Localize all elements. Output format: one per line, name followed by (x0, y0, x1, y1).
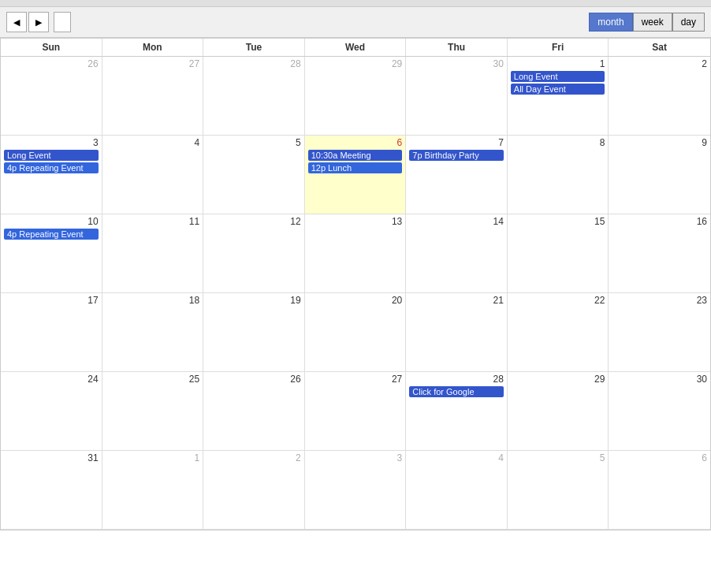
cal-cell-w5d0[interactable]: 31 (1, 451, 102, 530)
event-item[interactable]: Click for Google (409, 386, 504, 397)
day-header-wed: Wed (305, 39, 407, 56)
cal-cell-w2d1[interactable]: 11 (102, 214, 204, 293)
cal-cell-w1d4[interactable]: 77p Birthday Party (406, 136, 508, 214)
day-number: 15 (511, 216, 605, 227)
day-number: 16 (612, 216, 707, 227)
toolbar: ◀ ▶ month week day (0, 7, 711, 38)
day-number: 22 (511, 295, 605, 306)
cal-cell-w5d6[interactable]: 6 (609, 451, 710, 530)
day-number: 23 (612, 295, 707, 306)
next-button[interactable]: ▶ (28, 12, 49, 32)
app-title-bar (0, 0, 711, 7)
day-view-button[interactable]: day (672, 13, 705, 32)
day-number: 3 (4, 137, 99, 148)
cal-cell-w0d0[interactable]: 26 (1, 57, 102, 136)
day-number: 21 (409, 295, 504, 306)
day-header-sat: Sat (609, 39, 710, 56)
cal-cell-w3d3[interactable]: 20 (305, 293, 407, 372)
cal-cell-w2d0[interactable]: 104p Repeating Event (1, 214, 102, 293)
event-item[interactable]: All Day Event (511, 84, 605, 95)
events-container: 7p Birthday Party (409, 150, 504, 161)
cal-cell-w4d5[interactable]: 29 (508, 372, 609, 451)
cal-cell-w5d4[interactable]: 4 (406, 451, 508, 530)
cal-cell-w2d2[interactable]: 12 (203, 214, 305, 293)
cal-cell-w1d3[interactable]: 610:30a Meeting12p Lunch (305, 136, 407, 214)
event-item[interactable]: Long Event (4, 150, 99, 161)
day-header-sun: Sun (1, 39, 102, 56)
cal-cell-w3d4[interactable]: 21 (406, 293, 508, 372)
day-number: 6 (612, 452, 707, 463)
cal-cell-w3d0[interactable]: 17 (1, 293, 102, 372)
jump-to-current-button[interactable] (54, 12, 71, 32)
cal-cell-w4d6[interactable]: 30 (609, 372, 710, 451)
cal-cell-w2d5[interactable]: 15 (508, 214, 609, 293)
cal-cell-w5d3[interactable]: 3 (305, 451, 407, 530)
event-item[interactable]: Long Event (511, 71, 605, 82)
cal-cell-w5d1[interactable]: 1 (102, 451, 204, 530)
cal-cell-w1d6[interactable]: 9 (609, 136, 710, 214)
day-number: 5 (511, 452, 605, 463)
event-item[interactable]: 12p Lunch (308, 162, 403, 173)
day-number: 27 (106, 58, 200, 69)
event-item[interactable]: 4p Repeating Event (4, 229, 99, 240)
day-number: 8 (511, 137, 605, 148)
day-number: 25 (106, 374, 200, 385)
day-number: 30 (612, 374, 707, 385)
day-number: 26 (4, 58, 99, 69)
cal-cell-w0d6[interactable]: 2 (609, 57, 710, 136)
cal-cell-w4d1[interactable]: 25 (102, 372, 204, 451)
calendar-grid: 26272829301Long EventAll Day Event23Long… (1, 57, 710, 530)
day-number: 29 (511, 374, 605, 385)
day-number: 28 (409, 374, 504, 385)
cal-cell-w1d5[interactable]: 8 (508, 136, 609, 214)
day-number: 13 (308, 216, 403, 227)
event-item[interactable]: 10:30a Meeting (308, 150, 403, 161)
cal-cell-w1d2[interactable]: 5 (203, 136, 305, 214)
day-header-mon: Mon (102, 39, 204, 56)
month-view-button[interactable]: month (589, 13, 632, 32)
cal-cell-w4d4[interactable]: 28Click for Google (406, 372, 508, 451)
day-number: 28 (207, 58, 301, 69)
prev-button[interactable]: ◀ (6, 12, 27, 32)
event-item[interactable]: 7p Birthday Party (409, 150, 504, 161)
cal-cell-w3d6[interactable]: 23 (609, 293, 710, 372)
cal-cell-w4d3[interactable]: 27 (305, 372, 407, 451)
day-headers: SunMonTueWedThuFriSat (1, 39, 710, 57)
cal-cell-w1d1[interactable]: 4 (102, 136, 204, 214)
cal-cell-w0d2[interactable]: 28 (203, 57, 305, 136)
cal-cell-w5d2[interactable]: 2 (203, 451, 305, 530)
day-number: 10 (4, 216, 99, 227)
day-number: 4 (106, 137, 200, 148)
day-number: 18 (106, 295, 200, 306)
day-number: 26 (207, 374, 301, 385)
events-container: Long EventAll Day Event (511, 71, 605, 95)
day-number: 5 (207, 137, 301, 148)
cal-cell-w2d6[interactable]: 16 (609, 214, 710, 293)
cal-cell-w2d3[interactable]: 13 (305, 214, 407, 293)
day-number: 19 (207, 295, 301, 306)
cal-cell-w3d1[interactable]: 18 (102, 293, 204, 372)
day-header-thu: Thu (406, 39, 508, 56)
day-number: 2 (207, 452, 301, 463)
calendar: SunMonTueWedThuFriSat 26272829301Long Ev… (0, 38, 711, 530)
view-buttons: month week day (589, 13, 705, 32)
cal-cell-w4d2[interactable]: 26 (203, 372, 305, 451)
cal-cell-w5d5[interactable]: 5 (508, 451, 609, 530)
cal-cell-w3d2[interactable]: 19 (203, 293, 305, 372)
cal-cell-w0d5[interactable]: 1Long EventAll Day Event (508, 57, 609, 136)
cal-cell-w0d1[interactable]: 27 (102, 57, 204, 136)
event-item[interactable]: 4p Repeating Event (4, 162, 99, 173)
day-number: 20 (308, 295, 403, 306)
cal-cell-w0d4[interactable]: 30 (406, 57, 508, 136)
week-view-button[interactable]: week (633, 13, 672, 32)
day-number: 2 (612, 58, 707, 69)
day-number: 11 (106, 216, 200, 227)
cal-cell-w0d3[interactable]: 29 (305, 57, 407, 136)
cal-cell-w1d0[interactable]: 3Long Event4p Repeating Event (1, 136, 102, 214)
cal-cell-w3d5[interactable]: 22 (508, 293, 609, 372)
day-number: 9 (612, 137, 707, 148)
cal-cell-w4d0[interactable]: 24 (1, 372, 102, 451)
events-container: 4p Repeating Event (4, 229, 99, 240)
cal-cell-w2d4[interactable]: 14 (406, 214, 508, 293)
day-number: 31 (4, 452, 99, 463)
